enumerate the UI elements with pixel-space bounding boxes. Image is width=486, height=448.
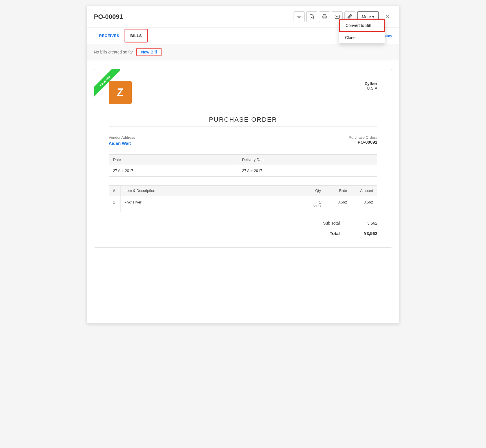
- edit-button[interactable]: ✏: [294, 11, 305, 22]
- vendor-name[interactable]: Aidan Wait: [109, 141, 135, 146]
- received-ribbon: Received: [94, 69, 126, 101]
- vendor-section: Vendor Address Aidan Wait Purchase Order…: [109, 135, 377, 146]
- modal-title: PO-00091: [94, 13, 123, 21]
- rate-col-header: Rate: [325, 186, 351, 196]
- item-qty: 1 Pieces: [299, 196, 325, 212]
- description-col-header: Item & Description: [120, 186, 299, 196]
- company-info: Zylker U.S.A: [365, 81, 377, 90]
- subtotal-label: Sub Total: [323, 221, 340, 225]
- item-description: -ink/ silver: [120, 196, 299, 212]
- grand-total-label: Total: [330, 231, 340, 236]
- no-bills-text: No bills created so far: [94, 50, 133, 54]
- po-info: Purchase Order# PO-00091: [349, 135, 377, 146]
- num-col-header: #: [109, 186, 120, 196]
- svg-rect-2: [323, 17, 326, 19]
- modal-header: PO-00091 ✏: [87, 6, 399, 28]
- company-country: U.S.A: [365, 86, 377, 90]
- clone-item[interactable]: Clone: [339, 32, 385, 43]
- item-amount: 3,562: [351, 196, 377, 212]
- item-qty-unit: Pieces: [303, 204, 321, 208]
- company-name: Zylker: [365, 81, 377, 86]
- convert-to-bill-item[interactable]: Convert to Bill: [339, 19, 385, 32]
- grand-total-row: Total ¥3,562: [285, 228, 377, 236]
- new-bill-button[interactable]: New Bill: [136, 48, 161, 56]
- vendor-info: Vendor Address Aidan Wait: [109, 135, 135, 146]
- date-table: Date Delivery Date 27 Apr 2017 27 Apr 20…: [109, 154, 377, 177]
- totals-section: Sub Total 3,562 Total ¥3,562: [109, 221, 377, 236]
- po-label: Purchase Order#: [349, 135, 377, 140]
- vendor-label: Vendor Address: [109, 135, 135, 140]
- qty-col-header: Qty: [299, 186, 325, 196]
- po-number: PO-00091: [349, 140, 377, 145]
- table-row: 1 -ink/ silver 1 Pieces 3,562 3,562: [109, 196, 377, 212]
- document-card: Received Z Zylker U.S.A PURCHASE ORDER V…: [94, 69, 392, 248]
- date-value: 27 Apr 2017: [109, 165, 238, 177]
- delivery-date-value: 27 Apr 2017: [238, 165, 377, 177]
- bills-bar: No bills created so far New Bill: [87, 44, 399, 60]
- item-rate: 3,562: [325, 196, 351, 212]
- delivery-date-col-header: Delivery Date: [238, 155, 377, 165]
- subtotal-value: 3,562: [357, 221, 377, 225]
- print-button[interactable]: [319, 11, 330, 22]
- document-area: Received Z Zylker U.S.A PURCHASE ORDER V…: [87, 60, 399, 256]
- doc-header: Z Zylker U.S.A: [109, 81, 377, 104]
- more-dropdown: Convert to Bill Clone: [339, 19, 385, 44]
- amount-col-header: Amount: [351, 186, 377, 196]
- item-num: 1: [109, 196, 120, 212]
- ribbon-label: Received: [94, 69, 120, 97]
- items-table: # Item & Description Qty Rate Amount 1 -…: [109, 185, 377, 212]
- purchase-order-modal: PO-00091 ✏: [87, 6, 399, 324]
- doc-title: PURCHASE ORDER: [109, 113, 377, 127]
- subtotal-row: Sub Total 3,562: [285, 221, 377, 225]
- tab-receives[interactable]: RECEIVES: [94, 29, 125, 42]
- grand-total-value: ¥3,562: [357, 231, 377, 236]
- tab-bills[interactable]: BILLS: [125, 29, 148, 42]
- pdf-button[interactable]: [306, 11, 317, 22]
- date-col-header: Date: [109, 155, 238, 165]
